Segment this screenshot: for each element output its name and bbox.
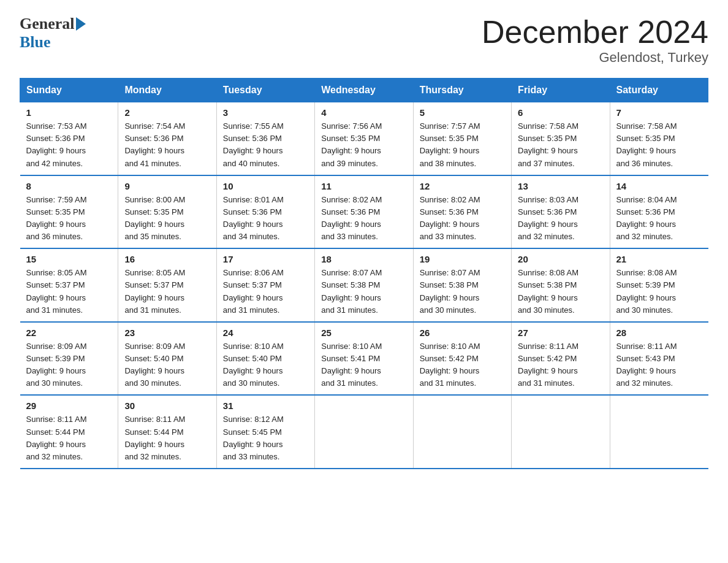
calendar-week-row: 8 Sunrise: 7:59 AM Sunset: 5:35 PM Dayli… (20, 175, 708, 249)
calendar-cell: 5 Sunrise: 7:57 AM Sunset: 5:35 PM Dayli… (413, 102, 511, 175)
logo: G eneral Blue (20, 15, 88, 52)
day-info: Sunrise: 8:03 AM Sunset: 5:36 PM Dayligh… (518, 194, 603, 243)
logo-eneral: eneral (32, 15, 74, 33)
day-info: Sunrise: 8:04 AM Sunset: 5:36 PM Dayligh… (616, 194, 702, 243)
day-number: 13 (518, 181, 603, 191)
day-info: Sunrise: 8:10 AM Sunset: 5:40 PM Dayligh… (223, 340, 308, 390)
calendar-week-row: 22 Sunrise: 8:09 AM Sunset: 5:39 PM Dayl… (20, 322, 708, 396)
calendar-week-row: 15 Sunrise: 8:05 AM Sunset: 5:37 PM Dayl… (20, 248, 708, 322)
header-monday: Monday (118, 79, 216, 102)
day-info: Sunrise: 7:55 AM Sunset: 5:36 PM Dayligh… (223, 120, 308, 170)
day-info: Sunrise: 8:00 AM Sunset: 5:35 PM Dayligh… (124, 194, 210, 243)
day-number: 27 (518, 327, 603, 338)
day-number: 31 (223, 400, 308, 411)
calendar-cell: 15 Sunrise: 8:05 AM Sunset: 5:37 PM Dayl… (20, 248, 118, 322)
day-number: 12 (420, 181, 505, 191)
day-number: 9 (124, 181, 210, 191)
day-number: 23 (124, 327, 210, 338)
calendar-cell: 10 Sunrise: 8:01 AM Sunset: 5:36 PM Dayl… (216, 175, 314, 249)
header-tuesday: Tuesday (216, 79, 314, 102)
day-info: Sunrise: 8:09 AM Sunset: 5:40 PM Dayligh… (124, 340, 210, 390)
day-info: Sunrise: 8:10 AM Sunset: 5:41 PM Dayligh… (321, 340, 406, 390)
header-wednesday: Wednesday (315, 79, 413, 102)
calendar-cell (413, 395, 511, 469)
calendar-cell: 7 Sunrise: 7:58 AM Sunset: 5:35 PM Dayli… (610, 102, 708, 175)
page-title: December 2024 (482, 15, 708, 50)
calendar-cell: 13 Sunrise: 8:03 AM Sunset: 5:36 PM Dayl… (512, 175, 610, 249)
day-number: 19 (420, 254, 505, 264)
day-number: 17 (223, 254, 308, 264)
calendar-cell: 2 Sunrise: 7:54 AM Sunset: 5:36 PM Dayli… (118, 102, 216, 175)
day-number: 11 (321, 181, 406, 191)
calendar-cell: 16 Sunrise: 8:05 AM Sunset: 5:37 PM Dayl… (118, 248, 216, 322)
day-info: Sunrise: 8:01 AM Sunset: 5:36 PM Dayligh… (223, 194, 308, 243)
calendar-cell (315, 395, 413, 469)
day-number: 24 (223, 327, 308, 338)
day-info: Sunrise: 8:11 AM Sunset: 5:44 PM Dayligh… (124, 413, 210, 463)
calendar-cell: 30 Sunrise: 8:11 AM Sunset: 5:44 PM Dayl… (118, 395, 216, 469)
day-info: Sunrise: 8:11 AM Sunset: 5:42 PM Dayligh… (518, 340, 603, 390)
header-friday: Friday (512, 79, 610, 102)
header-sunday: Sunday (20, 79, 118, 102)
calendar-cell: 28 Sunrise: 8:11 AM Sunset: 5:43 PM Dayl… (610, 322, 708, 396)
calendar-cell: 14 Sunrise: 8:04 AM Sunset: 5:36 PM Dayl… (610, 175, 708, 249)
day-number: 25 (321, 327, 406, 338)
day-info: Sunrise: 8:11 AM Sunset: 5:43 PM Dayligh… (616, 340, 702, 390)
day-number: 21 (616, 254, 702, 264)
calendar-cell: 11 Sunrise: 8:02 AM Sunset: 5:36 PM Dayl… (315, 175, 413, 249)
day-info: Sunrise: 8:08 AM Sunset: 5:39 PM Dayligh… (616, 267, 702, 316)
day-info: Sunrise: 8:02 AM Sunset: 5:36 PM Dayligh… (420, 194, 505, 243)
calendar-cell: 8 Sunrise: 7:59 AM Sunset: 5:35 PM Dayli… (20, 175, 118, 249)
day-number: 8 (26, 181, 112, 191)
day-number: 26 (420, 327, 505, 338)
day-number: 6 (518, 107, 603, 118)
logo-g: G (20, 15, 32, 33)
header: G eneral Blue December 2024 Gelendost, T… (20, 15, 708, 66)
header-row: Sunday Monday Tuesday Wednesday Thursday… (20, 79, 708, 102)
calendar-cell: 24 Sunrise: 8:10 AM Sunset: 5:40 PM Dayl… (216, 322, 314, 396)
calendar-cell: 26 Sunrise: 8:10 AM Sunset: 5:42 PM Dayl… (413, 322, 511, 396)
day-info: Sunrise: 7:53 AM Sunset: 5:36 PM Dayligh… (26, 120, 112, 170)
calendar-cell (610, 395, 708, 469)
day-number: 5 (420, 107, 505, 118)
day-info: Sunrise: 7:58 AM Sunset: 5:35 PM Dayligh… (616, 120, 702, 170)
calendar-body: 1 Sunrise: 7:53 AM Sunset: 5:36 PM Dayli… (20, 102, 708, 469)
calendar-cell: 18 Sunrise: 8:07 AM Sunset: 5:38 PM Dayl… (315, 248, 413, 322)
day-info: Sunrise: 8:10 AM Sunset: 5:42 PM Dayligh… (420, 340, 505, 390)
day-number: 7 (616, 107, 702, 118)
day-number: 30 (124, 400, 210, 411)
day-info: Sunrise: 8:09 AM Sunset: 5:39 PM Dayligh… (26, 340, 112, 390)
day-number: 14 (616, 181, 702, 191)
calendar-table: Sunday Monday Tuesday Wednesday Thursday… (20, 78, 708, 469)
header-saturday: Saturday (610, 79, 708, 102)
day-number: 29 (26, 400, 112, 411)
day-info: Sunrise: 8:12 AM Sunset: 5:45 PM Dayligh… (223, 413, 308, 463)
day-number: 15 (26, 254, 112, 264)
calendar-cell: 19 Sunrise: 8:07 AM Sunset: 5:38 PM Dayl… (413, 248, 511, 322)
day-info: Sunrise: 7:56 AM Sunset: 5:35 PM Dayligh… (321, 120, 406, 170)
day-info: Sunrise: 8:05 AM Sunset: 5:37 PM Dayligh… (26, 267, 112, 316)
title-area: December 2024 Gelendost, Turkey (482, 15, 708, 66)
calendar-cell: 9 Sunrise: 8:00 AM Sunset: 5:35 PM Dayli… (118, 175, 216, 249)
day-number: 10 (223, 181, 308, 191)
day-number: 1 (26, 107, 112, 118)
day-info: Sunrise: 8:06 AM Sunset: 5:37 PM Dayligh… (223, 267, 308, 316)
day-number: 18 (321, 254, 406, 264)
day-info: Sunrise: 8:02 AM Sunset: 5:36 PM Dayligh… (321, 194, 406, 243)
calendar-week-row: 1 Sunrise: 7:53 AM Sunset: 5:36 PM Dayli… (20, 102, 708, 175)
day-info: Sunrise: 7:59 AM Sunset: 5:35 PM Dayligh… (26, 194, 112, 243)
day-info: Sunrise: 8:08 AM Sunset: 5:38 PM Dayligh… (518, 267, 603, 316)
calendar-cell: 22 Sunrise: 8:09 AM Sunset: 5:39 PM Dayl… (20, 322, 118, 396)
calendar-cell: 31 Sunrise: 8:12 AM Sunset: 5:45 PM Dayl… (216, 395, 314, 469)
day-number: 2 (124, 107, 210, 118)
logo-blue-text: Blue (20, 33, 51, 51)
header-thursday: Thursday (413, 79, 511, 102)
day-number: 16 (124, 254, 210, 264)
day-number: 28 (616, 327, 702, 338)
calendar-cell: 20 Sunrise: 8:08 AM Sunset: 5:38 PM Dayl… (512, 248, 610, 322)
calendar-cell (512, 395, 610, 469)
calendar-cell: 4 Sunrise: 7:56 AM Sunset: 5:35 PM Dayli… (315, 102, 413, 175)
calendar-cell: 1 Sunrise: 7:53 AM Sunset: 5:36 PM Dayli… (20, 102, 118, 175)
day-info: Sunrise: 7:57 AM Sunset: 5:35 PM Dayligh… (420, 120, 505, 170)
svg-marker-0 (76, 17, 86, 31)
